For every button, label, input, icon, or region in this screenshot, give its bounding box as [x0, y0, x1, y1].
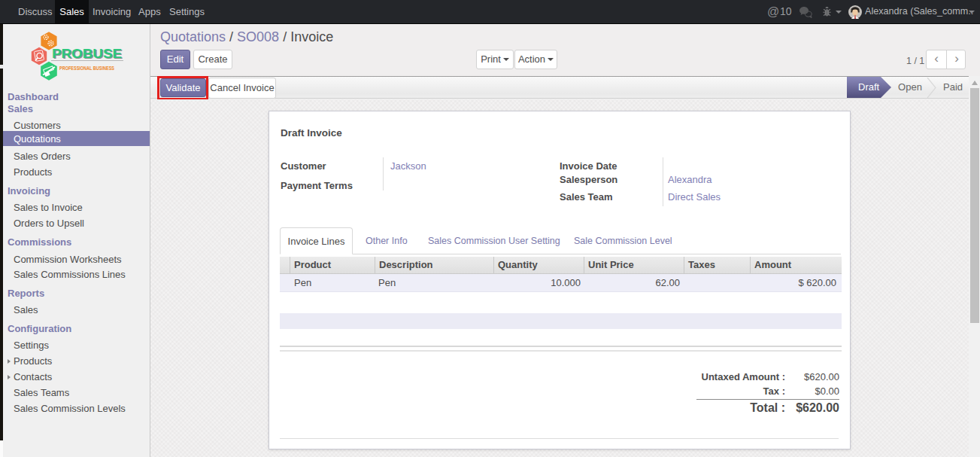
svg-text:PROFESSIONAL BUSINESS: PROFESSIONAL BUSINESS — [59, 65, 114, 72]
svg-text:PROBUSE: PROBUSE — [52, 47, 122, 60]
